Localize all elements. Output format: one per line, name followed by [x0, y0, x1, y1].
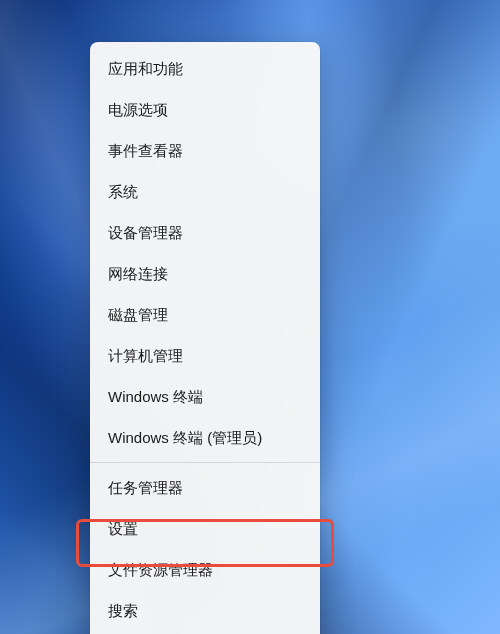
- menu-item-system[interactable]: 系统: [90, 171, 320, 212]
- menu-item-task-manager[interactable]: 任务管理器: [90, 467, 320, 508]
- menu-item-network-connections[interactable]: 网络连接: [90, 253, 320, 294]
- menu-item-windows-terminal[interactable]: Windows 终端: [90, 376, 320, 417]
- menu-item-settings[interactable]: 设置: [90, 508, 320, 549]
- menu-item-apps-features[interactable]: 应用和功能: [90, 48, 320, 89]
- menu-separator: [90, 462, 320, 463]
- menu-item-windows-terminal-admin[interactable]: Windows 终端 (管理员): [90, 417, 320, 458]
- menu-item-power-options[interactable]: 电源选项: [90, 89, 320, 130]
- menu-item-disk-management[interactable]: 磁盘管理: [90, 294, 320, 335]
- menu-item-search[interactable]: 搜索: [90, 590, 320, 631]
- menu-item-file-explorer[interactable]: 文件资源管理器: [90, 549, 320, 590]
- winx-context-menu: 应用和功能 电源选项 事件查看器 系统 设备管理器 网络连接 磁盘管理 计算机管…: [90, 42, 320, 634]
- menu-item-computer-management[interactable]: 计算机管理: [90, 335, 320, 376]
- menu-item-event-viewer[interactable]: 事件查看器: [90, 130, 320, 171]
- menu-item-device-manager[interactable]: 设备管理器: [90, 212, 320, 253]
